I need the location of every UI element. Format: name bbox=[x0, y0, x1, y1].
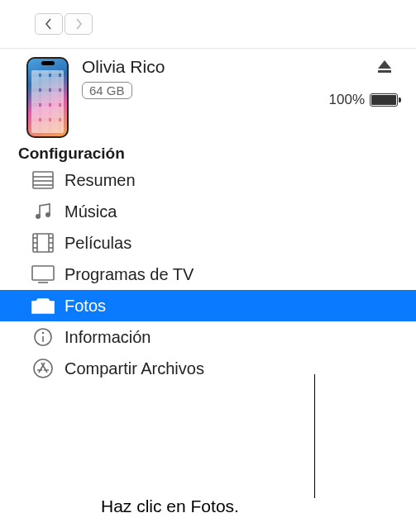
camera-icon bbox=[31, 295, 55, 316]
sidebar-item-label: Películas bbox=[65, 234, 131, 253]
toolbar bbox=[0, 0, 416, 43]
battery-status: 100% bbox=[329, 92, 398, 108]
sidebar-item-photos[interactable]: Fotos bbox=[0, 290, 416, 321]
svg-point-6 bbox=[45, 212, 50, 217]
svg-rect-0 bbox=[378, 70, 391, 73]
callout-line bbox=[314, 374, 315, 498]
sidebar-item-label: Información bbox=[65, 328, 151, 347]
sidebar-item-file-sharing[interactable]: Compartir Archivos bbox=[0, 353, 416, 384]
nav-forward-button[interactable] bbox=[65, 13, 93, 35]
callout-text: Haz clic en Fotos. bbox=[101, 496, 239, 516]
sidebar-item-label: Música bbox=[65, 202, 117, 221]
sidebar-item-label: Fotos bbox=[65, 297, 106, 316]
sidebar-item-music[interactable]: Música bbox=[0, 196, 416, 227]
sidebar-item-label: Compartir Archivos bbox=[65, 359, 204, 378]
tv-icon bbox=[31, 264, 55, 285]
sidebar-list: Resumen Música Películas bbox=[0, 164, 416, 384]
nav-back-button[interactable] bbox=[35, 13, 63, 35]
sidebar-item-movies[interactable]: Películas bbox=[0, 227, 416, 259]
section-title: Configuración bbox=[0, 143, 416, 164]
device-header: Olivia Rico 64 GB 100% bbox=[0, 49, 416, 143]
svg-point-18 bbox=[39, 302, 47, 311]
sidebar-item-label: Resumen bbox=[65, 171, 136, 190]
app-store-icon bbox=[31, 358, 55, 379]
svg-point-20 bbox=[42, 332, 45, 335]
sidebar-item-summary[interactable]: Resumen bbox=[0, 164, 416, 196]
chevron-left-icon bbox=[45, 18, 53, 30]
eject-button[interactable] bbox=[376, 59, 393, 78]
eject-icon bbox=[376, 59, 393, 75]
svg-point-5 bbox=[36, 214, 41, 219]
film-icon bbox=[31, 232, 55, 254]
battery-icon bbox=[370, 93, 398, 107]
device-name: Olivia Rico bbox=[82, 57, 401, 77]
sidebar-item-tv[interactable]: Programas de TV bbox=[0, 259, 416, 290]
summary-icon bbox=[31, 169, 55, 191]
device-thumbnail bbox=[26, 57, 69, 138]
svg-point-22 bbox=[34, 359, 52, 378]
music-icon bbox=[31, 201, 55, 222]
storage-badge: 64 GB bbox=[82, 82, 132, 99]
chevron-right-icon bbox=[74, 18, 83, 30]
sidebar-item-info[interactable]: Información bbox=[0, 321, 416, 353]
svg-rect-16 bbox=[32, 266, 54, 280]
sidebar-item-label: Programas de TV bbox=[65, 265, 194, 284]
battery-percent: 100% bbox=[329, 92, 365, 108]
svg-rect-1 bbox=[33, 172, 53, 188]
info-icon bbox=[31, 326, 55, 348]
